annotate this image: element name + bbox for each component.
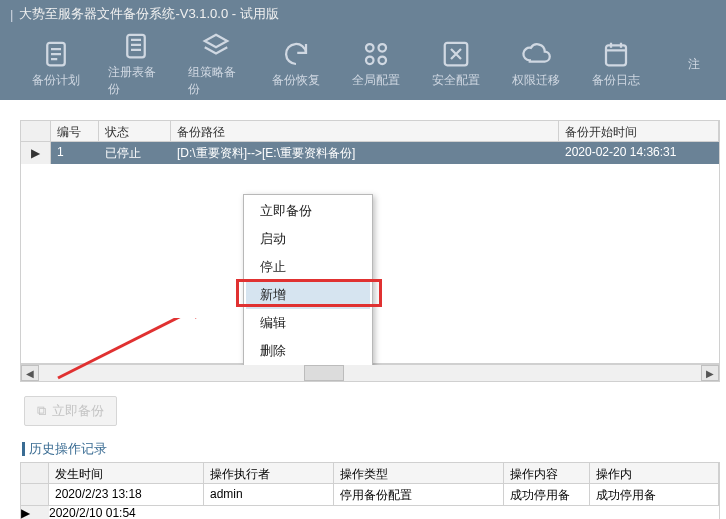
cell-path: [D:\重要资料]-->[E:\重要资料备份] (171, 142, 559, 164)
history-grid: 发生时间 操作执行者 操作类型 操作内容 操作内 2020/2/23 13:18… (20, 462, 720, 519)
calendar-icon (601, 39, 631, 69)
toolbar-right[interactable]: 注 (670, 56, 726, 73)
hcol-content2[interactable]: 操作内 (590, 463, 719, 483)
toolbar-label: 注册表备份 (108, 64, 164, 98)
menu-stop[interactable]: 停止 (246, 253, 370, 281)
hcell-time: 2020/2/10 01:54 (49, 506, 204, 519)
cell-num: 1 (51, 142, 99, 164)
toolbar-registry-backup[interactable]: 注册表备份 (108, 31, 164, 98)
context-menu: 立即备份 启动 停止 新增 编辑 删除 (243, 194, 373, 368)
backup-now-label: 立即备份 (52, 402, 104, 420)
menu-backup-now[interactable]: 立即备份 (246, 197, 370, 225)
action-row: ⧉ 立即备份 (24, 396, 726, 426)
col-header-status[interactable]: 状态 (99, 121, 171, 141)
table-row[interactable]: ▶ 1 已停止 [D:\重要资料]-->[E:\重要资料备份] 2020-02-… (20, 142, 720, 164)
hcol-actor[interactable]: 操作执行者 (204, 463, 334, 483)
cloud-icon (521, 39, 551, 69)
svg-point-3 (379, 44, 387, 52)
row-marker-header (21, 121, 51, 141)
toolbar-label: 安全配置 (432, 72, 480, 89)
history-row[interactable]: 2020/2/23 13:18 admin 停用备份配置 成功停用备 成功停用备 (20, 484, 720, 506)
scroll-right-button[interactable]: ▶ (701, 365, 719, 381)
backup-grid: 编号 状态 备份路径 备份开始时间 ▶ 1 已停止 [D:\重要资料]-->[E… (20, 120, 720, 382)
row-marker: ▶ (21, 142, 51, 164)
toolbar-policy-backup[interactable]: 组策略备份 (188, 31, 244, 98)
cell-start: 2020-02-20 14:36:31 (559, 142, 719, 164)
menu-add-new[interactable]: 新增 (246, 281, 370, 309)
toolbar-global-config[interactable]: 全局配置 (348, 39, 404, 89)
title-bar-icon (22, 442, 25, 456)
grid-header: 编号 状态 备份路径 备份开始时间 (20, 120, 720, 142)
hcol-content[interactable]: 操作内容 (504, 463, 590, 483)
svg-rect-7 (606, 45, 626, 65)
svg-rect-1 (127, 34, 145, 57)
toolbar-label: 备份计划 (32, 72, 80, 89)
hcell-content: 成功停用备 (504, 484, 590, 505)
hcell-type: 停用备份配置 (334, 484, 504, 505)
toolbar-restore[interactable]: 备份恢复 (268, 39, 324, 89)
history-row-marker-header (21, 463, 49, 483)
toolbar-label: 备份日志 (592, 72, 640, 89)
main-toolbar: 备份计划 注册表备份 组策略备份 备份恢复 全局配置 安全配置 权限迁移 备份日… (0, 28, 726, 100)
scroll-thumb[interactable] (304, 365, 344, 381)
menu-delete[interactable]: 删除 (246, 337, 370, 365)
hcell-actor: admin (204, 484, 334, 505)
toolbar-label: 权限迁移 (512, 72, 560, 89)
scroll-left-button[interactable]: ◀ (21, 365, 39, 381)
history-title-text: 历史操作记录 (29, 440, 107, 458)
col-header-num[interactable]: 编号 (51, 121, 99, 141)
grid-body[interactable]: 立即备份 启动 停止 新增 编辑 删除 (20, 164, 720, 364)
col-header-path[interactable]: 备份路径 (171, 121, 559, 141)
toolbar-backup-plan[interactable]: 备份计划 (28, 39, 84, 89)
title-sep: | (10, 7, 13, 22)
cell-status: 已停止 (99, 142, 171, 164)
svg-point-5 (379, 57, 387, 65)
toolbar-label: 组策略备份 (188, 64, 244, 98)
col-header-start[interactable]: 备份开始时间 (559, 121, 719, 141)
horizontal-scrollbar[interactable]: ◀ ▶ (20, 364, 720, 382)
toolbar-label: 备份恢复 (272, 72, 320, 89)
toolbar-security-config[interactable]: 安全配置 (428, 39, 484, 89)
scroll-track[interactable] (39, 365, 701, 381)
backup-now-button: ⧉ 立即备份 (24, 396, 117, 426)
toolbar-backup-log[interactable]: 备份日志 (588, 39, 644, 89)
toolbar-label: 全局配置 (352, 72, 400, 89)
clipboard-icon (41, 39, 71, 69)
history-row[interactable]: ▶ 2020/2/10 01:54 (20, 506, 720, 519)
layers-icon (201, 31, 231, 61)
hcell-content2: 成功停用备 (590, 484, 719, 505)
hcol-type[interactable]: 操作类型 (334, 463, 504, 483)
copy-icon: ⧉ (37, 403, 46, 419)
document-icon (121, 31, 151, 61)
window-title: 大势至服务器文件备份系统-V3.1.0.0 - 试用版 (19, 5, 278, 23)
grid-icon (361, 39, 391, 69)
titlebar: | 大势至服务器文件备份系统-V3.1.0.0 - 试用版 (0, 0, 726, 28)
history-header: 发生时间 操作执行者 操作类型 操作内容 操作内 (20, 462, 720, 484)
toolbar-right-label: 注 (688, 56, 700, 73)
menu-start[interactable]: 启动 (246, 225, 370, 253)
refresh-icon (281, 39, 311, 69)
menu-edit[interactable]: 编辑 (246, 309, 370, 337)
toolbar-permission-migration[interactable]: 权限迁移 (508, 39, 564, 89)
history-row-marker (21, 484, 49, 505)
hcol-time[interactable]: 发生时间 (49, 463, 204, 483)
svg-point-4 (366, 57, 374, 65)
history-row-marker: ▶ (21, 506, 49, 519)
svg-point-2 (366, 44, 374, 52)
hcell-time: 2020/2/23 13:18 (49, 484, 204, 505)
tools-icon (441, 39, 471, 69)
history-section-title: 历史操作记录 (22, 440, 726, 458)
